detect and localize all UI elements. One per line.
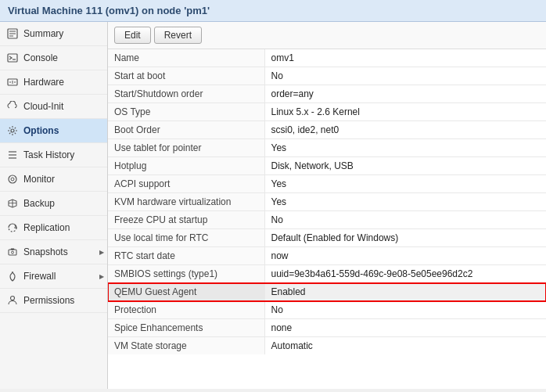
- table-row: RTC start datenow: [108, 247, 546, 265]
- property-name: Protection: [108, 301, 264, 319]
- replication-icon: [6, 221, 19, 234]
- sidebar-item-permissions[interactable]: Permissions: [0, 289, 107, 313]
- property-value: Disk, Network, USB: [264, 157, 546, 175]
- property-name: Use local time for RTC: [108, 229, 264, 247]
- sidebar-item-options[interactable]: Options: [0, 119, 107, 143]
- sidebar-label-backup: Backup: [23, 198, 55, 209]
- property-name: Boot Order: [108, 121, 264, 139]
- property-value: Automatic: [264, 337, 546, 355]
- property-name: OS Type: [108, 103, 264, 121]
- sidebar-item-firewall[interactable]: Firewall: [0, 264, 107, 289]
- sidebar-label-replication: Replication: [23, 222, 70, 233]
- property-value: Yes: [264, 175, 546, 193]
- summary-icon: [6, 27, 19, 40]
- sidebar-label-cloud-init: Cloud-Init: [23, 101, 63, 112]
- property-name: Freeze CPU at startup: [108, 211, 264, 229]
- sidebar: SummaryConsoleHardwareCloud-InitOptionsT…: [0, 22, 108, 389]
- sidebar-item-snapshots[interactable]: Snapshots: [0, 240, 107, 264]
- property-name: VM State storage: [108, 337, 264, 355]
- table-row: KVM hardware virtualizationYes: [108, 193, 546, 211]
- cloud-init-icon: [6, 100, 19, 113]
- property-value: No: [264, 301, 546, 319]
- property-value: now: [264, 247, 546, 265]
- sidebar-item-cloud-init[interactable]: Cloud-Init: [0, 95, 107, 119]
- sidebar-label-snapshots: Snapshots: [23, 246, 68, 257]
- property-name: Hotplug: [108, 157, 264, 175]
- property-name: Start/Shutdown order: [108, 85, 264, 103]
- firewall-icon: [6, 270, 19, 282]
- task-history-icon: [6, 149, 19, 161]
- table-row: Use tablet for pointerYes: [108, 139, 546, 157]
- title-text: Virtual Machine 111 (omv1) on node 'pm1': [8, 5, 210, 16]
- table-row: VM State storageAutomatic: [108, 337, 546, 355]
- monitor-icon: [6, 173, 19, 185]
- sidebar-item-monitor[interactable]: Monitor: [0, 167, 107, 192]
- property-value: scsi0, ide2, net0: [264, 121, 546, 139]
- sidebar-label-summary: Summary: [23, 28, 63, 39]
- sidebar-item-backup[interactable]: Backup: [0, 192, 107, 216]
- property-name: Use tablet for pointer: [108, 139, 264, 157]
- property-value: Default (Enabled for Windows): [264, 229, 546, 247]
- permissions-icon: [6, 294, 19, 307]
- table-row: Nameomv1: [108, 49, 546, 67]
- property-value: none: [264, 319, 546, 337]
- table-row: Freeze CPU at startupNo: [108, 211, 546, 229]
- svg-point-20: [11, 297, 15, 300]
- sidebar-label-monitor: Monitor: [23, 174, 55, 185]
- sidebar-label-console: Console: [23, 52, 58, 63]
- table-row: Start at bootNo: [108, 67, 546, 85]
- property-name: Name: [108, 49, 264, 67]
- revert-button[interactable]: Revert: [154, 27, 202, 44]
- hardware-icon: [6, 76, 19, 88]
- table-row: Use local time for RTCDefault (Enabled f…: [108, 229, 546, 247]
- property-name: Start at boot: [108, 67, 264, 85]
- property-value: No: [264, 67, 546, 85]
- table-row: ACPI supportYes: [108, 175, 546, 193]
- svg-rect-18: [9, 250, 16, 255]
- property-value: Enabled: [264, 283, 546, 301]
- property-name: ACPI support: [108, 175, 264, 193]
- sidebar-label-hardware: Hardware: [23, 77, 64, 88]
- property-name: KVM hardware virtualization: [108, 193, 264, 211]
- snapshots-icon: [6, 246, 19, 258]
- sidebar-label-firewall: Firewall: [23, 271, 56, 282]
- edit-button[interactable]: Edit: [114, 27, 151, 44]
- table-row: Start/Shutdown orderorder=any: [108, 85, 546, 103]
- sidebar-label-options: Options: [23, 125, 59, 136]
- table-row: ProtectionNo: [108, 301, 546, 319]
- backup-icon: [6, 197, 19, 210]
- property-name: RTC start date: [108, 247, 264, 265]
- svg-point-15: [11, 178, 14, 181]
- table-row: SMBIOS settings (type1)uuid=9e3b4a61-559…: [108, 265, 546, 283]
- sidebar-item-console[interactable]: Console: [0, 46, 107, 70]
- table-row: QEMU Guest AgentEnabled: [108, 283, 546, 301]
- property-value: Yes: [264, 139, 546, 157]
- table-row: Boot Orderscsi0, ide2, net0: [108, 121, 546, 139]
- sidebar-item-hardware[interactable]: Hardware: [0, 70, 107, 95]
- table-row: HotplugDisk, Network, USB: [108, 157, 546, 175]
- content-area: Edit Revert Nameomv1Start at bootNoStart…: [108, 22, 546, 389]
- property-name: SMBIOS settings (type1): [108, 265, 264, 283]
- sidebar-item-task-history[interactable]: Task History: [0, 143, 107, 167]
- property-value: Yes: [264, 193, 546, 211]
- table-row: OS TypeLinux 5.x - 2.6 Kernel: [108, 103, 546, 121]
- console-icon: [6, 52, 19, 64]
- svg-point-14: [9, 175, 16, 183]
- sidebar-item-summary[interactable]: Summary: [0, 22, 107, 46]
- sidebar-label-permissions: Permissions: [23, 295, 74, 306]
- property-value: Linux 5.x - 2.6 Kernel: [264, 103, 546, 121]
- title-bar: Virtual Machine 111 (omv1) on node 'pm1': [0, 0, 546, 22]
- sidebar-item-replication[interactable]: Replication: [0, 216, 107, 240]
- svg-point-19: [12, 251, 14, 254]
- property-value: No: [264, 211, 546, 229]
- svg-point-10: [11, 129, 14, 132]
- property-name: Spice Enhancements: [108, 319, 264, 337]
- property-value: uuid=9e3b4a61-559d-469c-9e08-5e05ee96d2c…: [264, 265, 546, 283]
- sidebar-label-task-history: Task History: [23, 149, 74, 160]
- property-value: order=any: [264, 85, 546, 103]
- property-name: QEMU Guest Agent: [108, 283, 264, 301]
- options-icon: [6, 124, 19, 137]
- table-row: Spice Enhancementsnone: [108, 319, 546, 337]
- property-value: omv1: [264, 49, 546, 67]
